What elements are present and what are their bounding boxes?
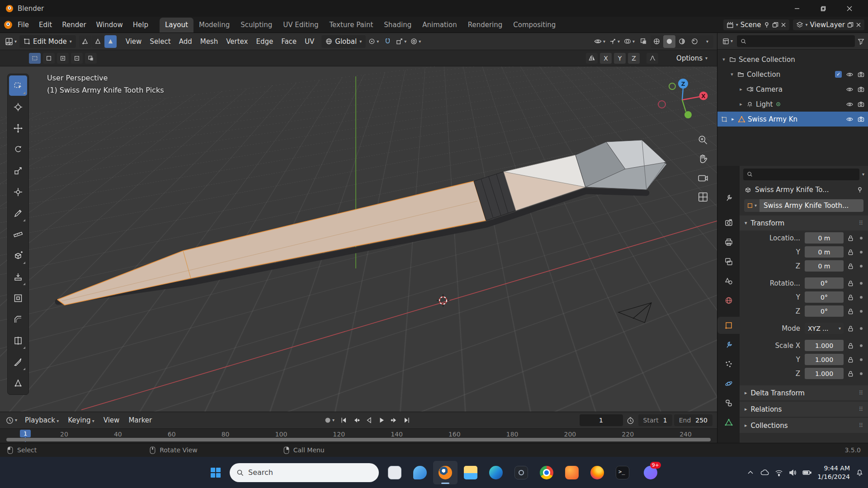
menu-item[interactable]: Render: [57, 19, 91, 31]
properties-search-input[interactable]: [743, 169, 859, 180]
rendered-shading-button[interactable]: [689, 35, 701, 48]
tab-object-data[interactable]: [717, 414, 740, 431]
timeline-menu-item[interactable]: View: [99, 414, 124, 427]
outliner-item-label[interactable]: Swiss Army Kn: [748, 115, 797, 123]
viewport-menu-item[interactable]: Face: [277, 35, 301, 48]
relations-section[interactable]: ▸ Relations ⠿: [740, 402, 868, 417]
lock-button[interactable]: [844, 235, 857, 241]
disclosure-icon[interactable]: ▸: [738, 86, 744, 92]
tab-physics[interactable]: [717, 375, 740, 392]
drag-handle-icon[interactable]: ⠿: [859, 422, 863, 429]
menu-item[interactable]: Edit: [34, 19, 57, 31]
next-keyframe-button[interactable]: [388, 415, 400, 426]
taskbar-app-icon[interactable]: [433, 461, 458, 484]
frame-start-field[interactable]: Start 1: [638, 414, 672, 426]
outliner-display-mode-button[interactable]: ▾: [721, 35, 734, 47]
taskbar-mail-icon[interactable]: 9+: [638, 461, 663, 484]
zoom-icon[interactable]: [697, 134, 709, 146]
view-layer-selector[interactable]: ▾ ViewLayer: [793, 19, 864, 30]
tool-cursor[interactable]: [9, 97, 27, 117]
tool-rotate[interactable]: [9, 139, 27, 160]
animate-dot-button[interactable]: [857, 237, 865, 239]
workspace-tab[interactable]: Compositing: [508, 18, 561, 33]
chevron-down-icon[interactable]: ▾: [862, 172, 864, 177]
outliner-item-label[interactable]: Camera: [756, 85, 783, 94]
workspace-tab[interactable]: Animation: [417, 18, 462, 33]
transform-value-field[interactable]: 0 m: [805, 232, 844, 244]
render-camera-icon[interactable]: [858, 71, 864, 77]
outliner-row-scene-collection[interactable]: ▾ Scene Collection: [717, 52, 868, 67]
workspace-tab[interactable]: Rendering: [462, 18, 508, 33]
hide-eye-icon[interactable]: [846, 101, 854, 108]
workspace-tab[interactable]: Layout: [160, 18, 193, 33]
workspace-tab[interactable]: Modeling: [193, 18, 235, 33]
outliner-row-swiss-army-knife[interactable]: ▸ Swiss Army Kn: [717, 112, 868, 127]
mirror-y-toggle[interactable]: Y: [614, 53, 626, 64]
vertex-select-button[interactable]: [79, 35, 91, 48]
viewport-menu-item[interactable]: Add: [175, 35, 196, 48]
transform-section-header[interactable]: ▾ Transform ⠿: [740, 216, 868, 230]
tool-measure[interactable]: [9, 224, 27, 244]
falloff-button[interactable]: [646, 53, 658, 64]
taskbar-app-icon[interactable]: [534, 461, 559, 484]
tool-annotate[interactable]: [9, 203, 27, 223]
solid-shading-button[interactable]: [663, 35, 675, 48]
transform-value-field[interactable]: XYZ ...: [805, 323, 844, 334]
playhead[interactable]: 1: [20, 430, 31, 437]
tab-object[interactable]: [717, 317, 740, 334]
tab-render[interactable]: [717, 214, 740, 231]
editor-type-button[interactable]: ▾: [4, 35, 18, 48]
object-name-field[interactable]: Swiss Army Knife Tooth...: [760, 199, 863, 212]
taskbar-app-icon[interactable]: [509, 461, 533, 484]
clock[interactable]: 9:44 AM 1/16/2024: [817, 464, 850, 481]
lock-button[interactable]: [844, 325, 857, 332]
checkbox-icon[interactable]: ✓: [835, 71, 842, 78]
lock-button[interactable]: [844, 263, 857, 269]
animate-dot-button[interactable]: [857, 310, 865, 313]
disclosure-icon[interactable]: ▸: [730, 116, 736, 122]
taskbar-search-input[interactable]: Search: [230, 463, 379, 482]
auto-keying-button[interactable]: ▾: [323, 414, 336, 427]
workspace-tab[interactable]: Shading: [378, 18, 417, 33]
tab-world[interactable]: [717, 292, 740, 309]
minimize-button[interactable]: [784, 0, 810, 17]
transform-value-field[interactable]: 0 m: [805, 246, 844, 258]
viewport-3d[interactable]: User Perspective (1) Swiss Army Knife To…: [0, 66, 717, 412]
workspace-tab[interactable]: Texture Paint: [324, 18, 378, 33]
tab-scene[interactable]: [717, 272, 740, 290]
viewport-menu-item[interactable]: Vertex: [222, 35, 252, 48]
select-mode-subtract-button[interactable]: [71, 53, 83, 64]
lock-button[interactable]: [844, 280, 857, 286]
tool-move[interactable]: [9, 118, 27, 138]
timeline-scrollbar[interactable]: [6, 438, 711, 441]
tool-bevel[interactable]: [9, 309, 27, 329]
overlays-dropdown[interactable]: ▾: [623, 35, 636, 48]
pivot-point-button[interactable]: ▾: [367, 35, 380, 48]
active-tool-icon[interactable]: [29, 53, 41, 64]
ortho-grid-icon[interactable]: [697, 191, 709, 203]
unlink-icon[interactable]: [856, 22, 861, 28]
taskbar-app-icon[interactable]: [408, 461, 432, 484]
battery-icon[interactable]: [802, 469, 811, 476]
blender-menu-icon[interactable]: [4, 20, 13, 29]
start-button[interactable]: [205, 462, 226, 483]
play-button[interactable]: [376, 415, 387, 426]
onedrive-cloud-icon[interactable]: [760, 469, 769, 476]
workspace-tab[interactable]: Sculpting: [235, 18, 278, 33]
scene-selector[interactable]: ▾ Scene: [723, 19, 789, 30]
current-frame-field[interactable]: 1: [580, 414, 623, 426]
gizmo-neg-x-ball[interactable]: [658, 101, 665, 108]
maximize-button[interactable]: [810, 0, 836, 17]
collections-section[interactable]: ▸ Collections ⠿: [740, 418, 868, 433]
animate-dot-button[interactable]: [857, 327, 865, 330]
select-mode-invert-button[interactable]: [85, 53, 97, 64]
tab-constraints[interactable]: [717, 394, 740, 412]
tool-inset[interactable]: [9, 288, 27, 308]
lock-button[interactable]: [844, 343, 857, 349]
volume-icon[interactable]: [789, 469, 797, 476]
animate-dot-button[interactable]: [857, 265, 865, 267]
select-mode-extend-button[interactable]: [57, 53, 69, 64]
material-shading-button[interactable]: [676, 35, 688, 48]
tab-view-layer[interactable]: [717, 253, 740, 270]
transform-value-field[interactable]: 0 m: [805, 260, 844, 272]
